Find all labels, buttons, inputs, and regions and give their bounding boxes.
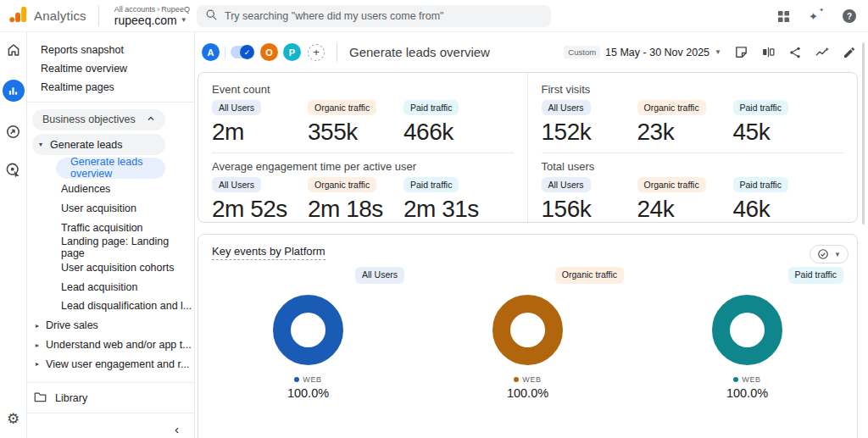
metrics-summary-card: Event count All Users2m Organic traffic3… [198, 72, 858, 223]
comparison-builder-icon[interactable] [761, 45, 776, 59]
sidebar-section-business-objectives[interactable]: Business objectives [32, 109, 165, 131]
caret-down-icon: ▾ [39, 141, 42, 148]
app-name: Analytics [34, 8, 86, 23]
segment-chip-all-users: All Users [355, 267, 404, 284]
sidebar-item-label: Understand web and/or app t... [46, 339, 192, 351]
legend-percent: 100.0% [726, 386, 768, 400]
collapse-sidebar-chevron-icon[interactable]: ‹ [27, 420, 194, 438]
sidebar-item-audiences[interactable]: Audiences [27, 180, 194, 199]
segment-chip-organic: Organic traffic [637, 177, 706, 192]
sidebar-item-label: Audiences [61, 183, 110, 195]
sidebar-item-label: Lead disqualification and l... [61, 300, 192, 312]
search-input[interactable] [225, 10, 542, 22]
advertising-icon[interactable] [5, 162, 21, 178]
sidebar-item-user-acquisition[interactable]: User acquisition [27, 199, 194, 219]
insights-icon[interactable] [815, 45, 830, 60]
analytics-logo-icon [8, 5, 27, 26]
main-report-area: A ✓ O P + Generate leads overview Custom… [195, 32, 868, 438]
sidebar-item-lead-disqualification[interactable]: Lead disqualification and l... [27, 297, 194, 316]
metric-card-event-count: Event count All Users2m Organic traffic3… [212, 80, 514, 152]
metric-title: First visits [542, 83, 844, 96]
sidebar-divider [27, 413, 194, 413]
key-events-filter-button[interactable]: ▼ [810, 245, 849, 263]
segment-chip-organic: Organic traffic [308, 177, 376, 192]
analytics-app: Analytics All accounts › RupeeQ rupeeq.c… [0, 0, 868, 438]
sidebar-item-realtime-overview[interactable]: Realtime overview [27, 59, 194, 78]
legend-dot-icon [733, 377, 738, 382]
sidebar-item-drive-sales[interactable]: ▸ Drive sales [27, 316, 194, 335]
sidebar-item-traffic-acquisition[interactable]: Traffic acquisition [27, 219, 194, 238]
vertical-scrollbar[interactable] [862, 42, 865, 225]
donut-ring-organic[interactable] [492, 295, 563, 365]
apps-grid-icon[interactable] [777, 10, 790, 23]
account-switcher[interactable]: All accounts › RupeeQ rupeeq.com ▼ [114, 5, 190, 27]
caret-right-icon: ▸ [36, 360, 39, 368]
caret-right-icon: ▸ [36, 322, 39, 330]
sidebar-item-view-user-engagement[interactable]: ▸ View user engagement and r... [27, 354, 194, 374]
comparison-avatar-all-users[interactable]: A [202, 43, 220, 61]
folder-icon [34, 391, 47, 405]
help-icon[interactable]: ? [843, 9, 856, 23]
sidebar-item-generate-leads[interactable]: ▾ Generate leads [32, 134, 165, 155]
sidebar-item-label: Reports snapshot [41, 44, 124, 56]
sidebar-item-lead-acquisition[interactable]: Lead acquisition [27, 277, 194, 297]
share-icon[interactable] [788, 46, 802, 59]
account-scope: All accounts [114, 5, 156, 14]
divider [337, 43, 337, 62]
metric-title: Event count [212, 83, 514, 96]
chart-title[interactable]: Key events by Platform [212, 245, 326, 260]
reports-icon-selected[interactable] [3, 80, 25, 102]
metric-value: 466k [403, 119, 499, 146]
legend-percent: 100.0% [287, 386, 329, 400]
report-nav-sidebar: Reports snapshot Realtime overview Realt… [27, 32, 195, 438]
metric-value: 24k [637, 196, 733, 223]
sidebar-divider [27, 382, 194, 383]
metric-value: 45k [733, 119, 829, 146]
date-range-text: 15 May - 30 Nov 2025 [605, 47, 709, 58]
edit-pencil-icon[interactable] [843, 46, 856, 59]
sidebar-item-reports-snapshot[interactable]: Reports snapshot [27, 41, 194, 59]
metric-value: 2m [212, 119, 308, 146]
sidebar-item-library[interactable]: Library [27, 388, 194, 408]
page-title: Generate leads overview [349, 45, 490, 59]
comparison-toggle[interactable]: ✓ [231, 46, 253, 58]
account-name: RupeeQ [161, 5, 190, 14]
sidebar-item-understand-web-app[interactable]: ▸ Understand web and/or app t... [27, 335, 194, 355]
explore-icon[interactable] [5, 124, 21, 140]
segment-chip-all-users: All Users [542, 177, 591, 192]
sidebar-item-realtime-pages[interactable]: Realtime pages [27, 78, 194, 97]
sidebar-item-user-acquisition-cohorts[interactable]: User acquisition cohorts [27, 258, 194, 277]
donut-ring-all-users[interactable] [273, 295, 343, 365]
sidebar-item-landing-page[interactable]: Landing page: Landing page [27, 237, 194, 258]
metric-value: 156k [542, 196, 637, 223]
legend-entry: WEB [294, 375, 321, 384]
home-icon[interactable] [6, 42, 21, 58]
segment-chip-all-users: All Users [212, 177, 261, 192]
segment-chip-paid: Paid traffic [733, 177, 788, 192]
add-comparison-button[interactable]: + [308, 44, 325, 61]
divider [225, 47, 225, 58]
donut-ring-paid[interactable] [712, 295, 782, 365]
left-rail: ⚙ [0, 32, 27, 438]
sidebar-item-generate-leads-overview[interactable]: Generate leads overview [56, 158, 165, 179]
legend-dot-icon [514, 377, 519, 382]
check-circle-icon [817, 248, 829, 260]
sidebar-item-label: View user engagement and r... [46, 358, 189, 370]
legend-label: WEB [303, 375, 321, 384]
date-range-picker[interactable]: Custom 15 May - 30 Nov 2025 ▼ [564, 46, 721, 58]
comparison-avatar-organic[interactable]: O [260, 43, 278, 61]
comparison-avatar-paid[interactable]: P [283, 43, 301, 61]
legend-entry: WEB [514, 375, 541, 384]
gemini-sparkle-icon[interactable]: ✦✦ [809, 8, 824, 24]
search-bar[interactable] [197, 5, 551, 27]
admin-gear-icon[interactable]: ⚙ [7, 410, 19, 428]
notes-icon[interactable] [734, 45, 748, 59]
brand: Analytics All accounts › RupeeQ rupeeq.c… [0, 5, 190, 27]
segment-chip-paid: Paid traffic [733, 100, 788, 115]
sidebar-divider [27, 102, 194, 103]
segment-chip-paid: Paid traffic [403, 100, 459, 115]
metric-value: 2m 18s [308, 196, 403, 223]
chevron-down-icon: ▼ [834, 251, 841, 258]
legend-label: WEB [742, 375, 760, 384]
report-content: Event count All Users2m Organic traffic3… [195, 72, 868, 438]
